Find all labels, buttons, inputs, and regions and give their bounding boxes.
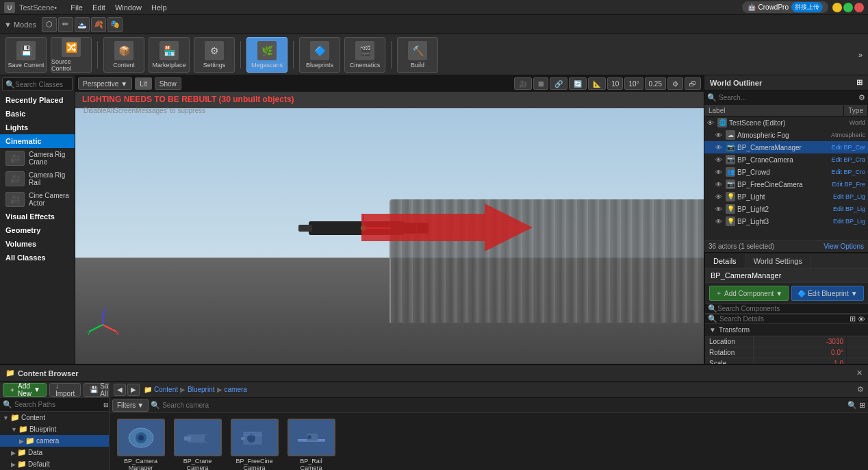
source-control-button[interactable]: 🔀 Source Control [51, 37, 92, 73]
add-new-button[interactable]: ＋ Add New ▼ [3, 383, 47, 397]
tree-item-content[interactable]: ▼ 📁 Content [0, 412, 109, 423]
add-component-button[interactable]: ＋ Add Component ▼ [709, 286, 789, 301]
close-button[interactable] [854, 3, 864, 12]
tab-world-settings[interactable]: World Settings [745, 254, 811, 268]
tree-item-data[interactable]: ▶ 📁 Data [0, 447, 109, 458]
save-all-button[interactable]: 💾 Save All [84, 383, 110, 397]
settings-button[interactable]: ⚙ Settings [194, 37, 235, 73]
outliner-item-crane[interactable]: 👁 📷 BP_CraneCamera Edit BP_Cra [704, 153, 868, 166]
tree-item-default[interactable]: ▶ 📁 Default [0, 458, 109, 470]
category-cinematic[interactable]: Cinematic [0, 134, 75, 148]
mode-icon-2[interactable]: ✏ [58, 17, 73, 32]
cb-item-camera-manager[interactable]: BP_CameraManager [115, 419, 166, 470]
breadcrumb-camera[interactable]: camera [225, 386, 247, 393]
category-visual-effects[interactable]: Visual Effects [0, 210, 75, 223]
list-item-cine[interactable]: 🎥 Cine Camera Actor [0, 189, 75, 210]
cb-item-freecine[interactable]: BP_FreeCineCamera [229, 419, 280, 470]
category-volumes[interactable]: Volumes [0, 237, 75, 251]
breadcrumb-content[interactable]: Content [154, 386, 178, 393]
cb-item-rail[interactable]: BP_RailCamera [285, 419, 337, 470]
forward-button[interactable]: ▶ [127, 384, 140, 396]
outliner-item-crowd[interactable]: 👁 👥 BP_Crowd Edit BP_Cro [704, 166, 868, 178]
eye-icon: 👁 [715, 156, 722, 164]
search-classes-input[interactable] [15, 81, 69, 88]
edit-blueprint-button[interactable]: 🔷 Edit Blueprint ▼ [791, 286, 863, 301]
snap-icon[interactable]: 🔗 [550, 77, 567, 90]
mode-icon-5[interactable]: 🎭 [107, 17, 123, 32]
outliner-item-fog[interactable]: 👁 ☁ Atmospheric Fog Atmospheric [704, 129, 868, 141]
grid-icon[interactable]: ⊞ [533, 77, 548, 90]
category-lights[interactable]: Lights [0, 121, 75, 134]
filters-button[interactable]: Filters ▼ [112, 399, 149, 412]
grid-view-icon[interactable]: ⊞ [850, 314, 856, 323]
back-button[interactable]: ◀ [114, 384, 126, 396]
mode-icon-1[interactable]: ⬡ [42, 17, 57, 32]
rotation-x-input[interactable] [754, 347, 846, 358]
tree-item-blueprint[interactable]: ▼ 📁 Blueprint [0, 423, 109, 435]
maximize-viewport[interactable]: 🗗 [685, 77, 701, 90]
camera-speed-icon[interactable]: 🎥 [514, 77, 532, 90]
marketplace-button[interactable]: 🏪 Marketplace [149, 37, 190, 73]
breadcrumb-blueprint[interactable]: Blueprint [188, 386, 214, 393]
cinematics-button[interactable]: 🎬 Cinematics [344, 37, 385, 73]
search-icon: 🔍 [708, 304, 717, 313]
rotate-snap[interactable]: 🔄 [569, 77, 587, 90]
cb-item-crane[interactable]: BP_CraneCamera [172, 419, 223, 470]
build-button[interactable]: 🔨 Build [397, 37, 438, 73]
content-button[interactable]: 📦 Content [103, 37, 144, 73]
list-item-rail[interactable]: 🎥 Camera Rig Rail [0, 169, 75, 189]
more-options-icon[interactable]: ⊞ [859, 401, 865, 410]
blueprints-button[interactable]: 🔷 Blueprints [299, 37, 340, 73]
view-options-link[interactable]: View Options [824, 243, 864, 250]
import-button[interactable]: ↓ Import [49, 383, 81, 397]
category-recently-placed[interactable]: Recently Placed [0, 93, 75, 107]
menu-edit[interactable]: Edit [92, 3, 105, 12]
search-components-input[interactable] [717, 305, 865, 312]
outliner-item-testscene[interactable]: 👁 🌐 TestScene (Editor) World [704, 116, 868, 129]
search-paths-input[interactable] [14, 401, 101, 408]
cb-thumb [288, 419, 335, 456]
search-submit-icon[interactable]: 🔍 [847, 401, 857, 410]
close-icon[interactable]: ✕ [856, 369, 863, 378]
outliner-item-camera-manager[interactable]: 👁 📷 BP_CameraManager Edit BP_Car [704, 141, 868, 153]
minimize-button[interactable] [832, 3, 842, 12]
outliner-item-light3[interactable]: 👁 💡 BP_Light3 Edit BP_Lig [704, 215, 868, 227]
scale-x-input[interactable] [754, 358, 846, 364]
lit-button[interactable]: Lit [135, 77, 152, 90]
show-button[interactable]: Show [155, 77, 181, 90]
outliner-item-light[interactable]: 👁 💡 BP_Light Edit BP_Lig [704, 190, 868, 203]
scale-y-input[interactable] [847, 358, 868, 364]
maximize-button[interactable] [843, 3, 853, 12]
outliner-item-freecine[interactable]: 👁 📷 BP_FreeCineCamera Edit BP_Fre [704, 178, 868, 190]
category-basic[interactable]: Basic [0, 107, 75, 121]
search-details-input[interactable] [719, 315, 847, 323]
tree-item-camera[interactable]: ▶ 📁 camera [0, 435, 109, 447]
location-x-input[interactable] [754, 336, 846, 347]
category-all-classes[interactable]: All Classes [0, 251, 75, 264]
tab-details[interactable]: Details [705, 254, 745, 268]
rotation-y-input[interactable] [847, 347, 868, 358]
location-y-input[interactable] [847, 336, 868, 347]
menu-window[interactable]: Window [115, 3, 142, 12]
cb-settings-icon[interactable]: ⚙ [857, 385, 864, 394]
scale-snap[interactable]: 📐 [588, 77, 606, 90]
search-content-input[interactable] [162, 401, 845, 409]
category-geometry[interactable]: Geometry [0, 223, 75, 237]
save-current-button[interactable]: 💾 Save Current [5, 37, 47, 73]
expand-icon[interactable]: » [858, 51, 863, 59]
outliner-search-input[interactable] [719, 94, 856, 101]
menu-help[interactable]: Help [151, 3, 167, 12]
content-browser: 📁 Content Browser ✕ ＋ Add New ▼ ↓ Import… [0, 364, 868, 470]
megascans-button[interactable]: 🌿 Megascans [246, 37, 288, 73]
perspective-dropdown[interactable]: Perspective ▼ [78, 77, 132, 90]
right-panel: World Outliner ⊞ 🔍 ⚙ Label Type 👁 🌐 Test… [704, 75, 868, 364]
transform-section-header[interactable]: ▼ Transform [705, 324, 868, 336]
viewport-options[interactable]: ⚙ [667, 77, 683, 90]
outliner-settings-icon[interactable]: ⚙ [858, 93, 865, 102]
mode-icon-4[interactable]: 🍂 [91, 17, 106, 32]
mode-icon-3[interactable]: 🗻 [75, 17, 90, 32]
outliner-item-light2[interactable]: 👁 💡 BP_Light2 Edit BP_Lig [704, 203, 868, 215]
eye-toggle-icon[interactable]: 👁 [858, 315, 865, 323]
list-item-crane[interactable]: 🎥 Camera Rig Crane [0, 148, 75, 169]
menu-file[interactable]: File [71, 3, 83, 12]
